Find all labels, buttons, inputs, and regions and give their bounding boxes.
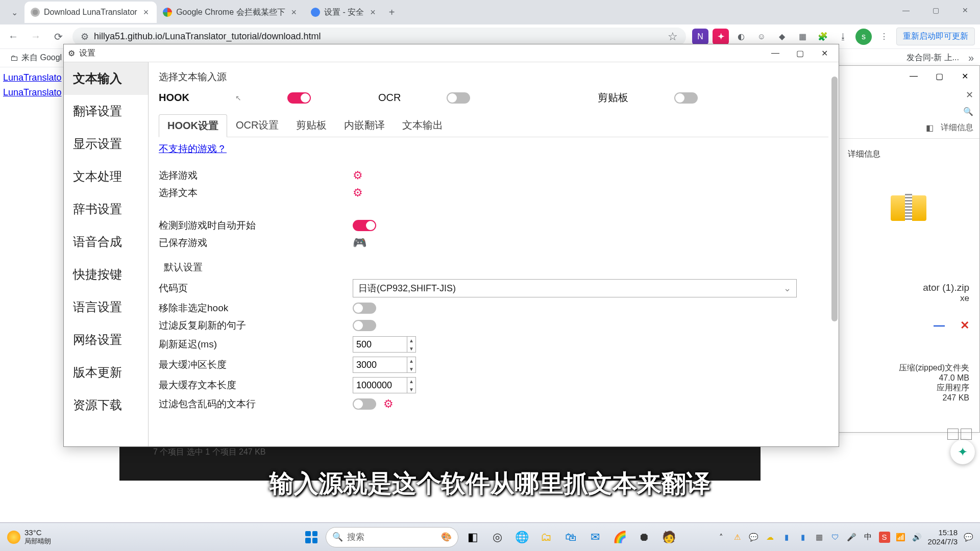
sidebar-item-tts[interactable]: 语音合成	[64, 226, 148, 258]
spin-up-icon[interactable]: ▲	[407, 357, 415, 365]
spin-down-icon[interactable]: ▼	[407, 344, 415, 353]
select-text-gear-icon[interactable]: ⚙	[353, 186, 363, 199]
mail-icon[interactable]: ✉	[585, 527, 605, 547]
page-link-1[interactable]: LunaTranslato	[3, 70, 61, 85]
app-icon[interactable]: 🧑	[658, 527, 679, 547]
tray-onedrive-icon[interactable]: ☁	[765, 532, 776, 543]
filter-refresh-toggle[interactable]	[353, 320, 376, 331]
extension-icon-2[interactable]: ✦	[713, 29, 729, 45]
extensions-puzzle-icon[interactable]: 🧩	[815, 29, 831, 45]
refresh-delay-input[interactable]: ▲▼	[353, 336, 416, 353]
subtab-hook[interactable]: HOOK设置	[159, 114, 227, 137]
max-cache-input[interactable]: ▲▼	[353, 377, 416, 393]
tray-app-icon[interactable]: ▮	[781, 532, 792, 543]
sidebar-item-lang[interactable]: 语言设置	[64, 291, 148, 323]
filter-garbage-gear-icon[interactable]: ⚙	[383, 397, 394, 411]
browser-tab-3[interactable]: 设置 - 安全 ×	[305, 2, 384, 23]
explorer-close-tab-icon[interactable]: ✕	[966, 89, 973, 101]
refresh-delay-field[interactable]	[353, 339, 407, 350]
page-link-2[interactable]: LunaTranslato	[3, 85, 61, 100]
filter-garbage-toggle[interactable]	[353, 398, 376, 410]
max-buffer-input[interactable]: ▲▼	[353, 357, 416, 373]
explorer-icon[interactable]: 🗂	[536, 527, 556, 547]
spin-down-icon[interactable]: ▼	[407, 365, 415, 373]
tray-notifications-icon[interactable]: 💬	[963, 532, 974, 543]
gamepad-icon[interactable]: 🎮	[353, 236, 366, 249]
restart-update-button[interactable]: 重新启动即可更新	[896, 28, 975, 45]
obs-icon[interactable]: ⏺	[634, 527, 654, 547]
ai-assistant-fab[interactable]: ✦	[950, 440, 975, 464]
tray-mic-icon[interactable]: 🎤	[846, 532, 857, 543]
store-icon[interactable]: 🛍	[560, 527, 581, 547]
tab-scroll-left[interactable]: ⌄	[4, 8, 24, 17]
browser-tab-2[interactable]: Google Chrome 会拦截某些下 ×	[157, 2, 305, 23]
sidebar-item-dict[interactable]: 辞书设置	[64, 193, 148, 226]
taskbar-weather[interactable]: 33°C 局部晴朗	[7, 528, 51, 546]
sidebar-item-display[interactable]: 显示设置	[64, 128, 148, 160]
search-icon[interactable]: 🔍	[963, 107, 973, 116]
sidebar-item-textproc[interactable]: 文本处理	[64, 160, 148, 193]
download-icon[interactable]: ⭳	[835, 29, 851, 45]
explorer-minimize[interactable]: —	[902, 68, 925, 84]
tray-wechat-icon[interactable]: 💬	[748, 532, 760, 543]
extension-icon-4[interactable]: ☺	[753, 29, 770, 45]
bookmarks-overflow-icon[interactable]: »	[968, 52, 974, 64]
subtab-clip[interactable]: 剪贴板	[287, 114, 335, 137]
menu-icon[interactable]: ⋮	[876, 29, 892, 45]
browser-tab-1[interactable]: Download LunaTranslator ×	[24, 2, 157, 23]
scrollbar-thumb[interactable]	[831, 77, 838, 321]
forward-button[interactable]: →	[28, 29, 44, 45]
extension-icon-6[interactable]: ▦	[794, 29, 811, 45]
chrome-icon[interactable]: 🌈	[609, 527, 630, 547]
spin-up-icon[interactable]: ▲	[407, 336, 415, 344]
view-list-icon[interactable]	[947, 429, 959, 440]
extension-icon-1[interactable]: N	[692, 29, 708, 45]
source-clip-toggle[interactable]	[674, 92, 698, 104]
tray-app3-icon[interactable]: ▦	[814, 532, 825, 543]
source-hook-toggle[interactable]	[287, 92, 311, 104]
tray-wifi-icon[interactable]: 📶	[895, 532, 906, 543]
details-button[interactable]: 详细信息	[941, 122, 973, 133]
extension-icon-3[interactable]: ◐	[733, 29, 749, 45]
source-ocr-toggle[interactable]	[447, 92, 470, 104]
tray-input-icon[interactable]: S	[879, 532, 890, 543]
window-close-icon[interactable]: ✕	[960, 319, 969, 332]
codepage-select[interactable]: 日语(CP932,SHIFT-JIS) ⌄	[353, 279, 797, 297]
details-toggle-icon[interactable]: ◧	[926, 123, 934, 133]
site-info-icon[interactable]: ⚙	[81, 31, 89, 42]
close-icon[interactable]: ×	[141, 7, 151, 18]
unsupported-link[interactable]: 不支持的游戏？	[159, 143, 227, 154]
spin-up-icon[interactable]: ▲	[407, 377, 415, 385]
taskbar-search[interactable]: 🔍 搜索 🎨	[326, 527, 458, 547]
start-button[interactable]	[301, 527, 322, 547]
sidebar-item-hotkey[interactable]: 快捷按键	[64, 258, 148, 291]
explorer-close[interactable]: ✕	[953, 68, 976, 84]
tray-shield-icon[interactable]: 🛡	[830, 532, 841, 543]
sidebar-item-network[interactable]: 网络设置	[64, 323, 148, 356]
sidebar-item-translate[interactable]: 翻译设置	[64, 95, 148, 128]
maximize-button[interactable]: ▢	[921, 0, 950, 20]
edge-icon[interactable]: 🌐	[511, 527, 532, 547]
sidebar-item-text-input[interactable]: 文本输入	[64, 62, 148, 95]
max-cache-field[interactable]	[353, 380, 407, 391]
sidebar-item-download[interactable]: 资源下载	[64, 389, 148, 421]
profile-avatar[interactable]: s	[855, 29, 872, 45]
close-icon[interactable]: ×	[368, 7, 378, 18]
tray-ime-icon[interactable]: 中	[863, 532, 874, 543]
tray-volume-icon[interactable]: 🔊	[912, 532, 923, 543]
url-input[interactable]: ⚙ hillya51.github.io/LunaTranslator_tuto…	[72, 28, 686, 46]
tray-chevron-up-icon[interactable]: ˄	[716, 532, 727, 543]
sidebar-item-update[interactable]: 版本更新	[64, 356, 148, 389]
select-game-gear-icon[interactable]: ⚙	[353, 169, 363, 182]
tray-app2-icon[interactable]: ▮	[797, 532, 808, 543]
subtab-embed[interactable]: 内嵌翻译	[335, 114, 394, 137]
bookmark-link[interactable]: 发合同-新 上...	[906, 53, 959, 63]
remove-unselected-toggle[interactable]	[353, 303, 376, 314]
spin-down-icon[interactable]: ▼	[407, 385, 415, 393]
settings-minimize[interactable]: —	[765, 46, 786, 60]
view-grid-icon[interactable]	[961, 429, 972, 440]
bookmark-star-icon[interactable]: ☆	[668, 30, 678, 43]
reload-button[interactable]: ⟳	[50, 29, 66, 45]
tray-security-icon[interactable]: ⚠	[732, 532, 743, 543]
settings-maximize[interactable]: ▢	[790, 46, 810, 60]
